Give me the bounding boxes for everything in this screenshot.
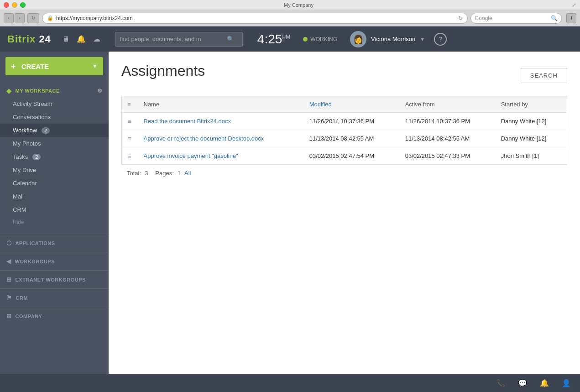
divider-2 bbox=[0, 252, 109, 252]
conversations-label: Conversations bbox=[13, 114, 51, 120]
crm-section[interactable]: ⚑ CRM bbox=[0, 291, 109, 305]
app-container: Bitrix 24 🖥 🔔 ☁ find people, documents, … bbox=[0, 26, 580, 392]
row-started-cell: Danny White [12] bbox=[496, 113, 567, 130]
top-nav: Bitrix 24 🖥 🔔 ☁ find people, documents, … bbox=[0, 26, 580, 52]
cloud-icon[interactable]: ☁ bbox=[93, 35, 100, 43]
pages-label: Pages: bbox=[155, 170, 173, 177]
crm-my-label: CRM bbox=[13, 206, 26, 213]
crm-icon: ⚑ bbox=[6, 294, 12, 301]
working-badge[interactable]: WORKING bbox=[303, 36, 337, 42]
sidebar-item-mail[interactable]: Mail bbox=[0, 190, 109, 203]
extranet-label: EXTRANET WORKGROUPS bbox=[16, 277, 86, 282]
workspace-gear-icon[interactable]: ⚙ bbox=[97, 88, 103, 94]
monitor-icon[interactable]: 🖥 bbox=[62, 35, 69, 43]
table-header-row: ≡ Name Modified Active from Started by bbox=[122, 96, 567, 113]
reload-icon[interactable]: ↻ bbox=[458, 15, 463, 21]
logo-num: 24 bbox=[39, 33, 51, 45]
bottom-bell-icon[interactable]: 🔔 bbox=[536, 375, 553, 391]
search-icon: 🔍 bbox=[227, 36, 234, 42]
create-plus-icon: + bbox=[11, 62, 16, 71]
sidebar-item-calendar[interactable]: Calendar bbox=[0, 177, 109, 190]
help-button[interactable]: ? bbox=[434, 33, 447, 46]
workgroups-label: WORKGROUPS bbox=[15, 259, 55, 264]
logo: Bitrix 24 bbox=[7, 33, 51, 45]
minimize-dot[interactable] bbox=[12, 2, 17, 8]
sidebar-item-tasks[interactable]: Tasks 2 bbox=[0, 150, 109, 163]
col-header-active: Active from bbox=[400, 96, 496, 113]
row-name-cell: Approve invoice payment "gasoline" bbox=[138, 147, 304, 165]
sidebar: + CREATE ▼ ◆ MY WORKSPACE ⚙ Activity Str… bbox=[0, 52, 109, 374]
help-label: ? bbox=[439, 36, 442, 43]
menu-lines-icon: ≡ bbox=[127, 101, 131, 108]
col-header-modified: Modified bbox=[304, 96, 400, 113]
my-photos-label: My Photos bbox=[13, 140, 41, 147]
bottom-chat-icon[interactable]: 💬 bbox=[514, 375, 531, 391]
table-row: ≡ Approve invoice payment "gasoline" 03/… bbox=[122, 147, 567, 165]
applications-icon: ⬡ bbox=[6, 240, 12, 246]
browser-search-bar[interactable]: Google 🔍 bbox=[470, 13, 562, 24]
content-header: Assignments SEARCH bbox=[121, 63, 567, 89]
sidebar-item-activity-stream[interactable]: Activity Stream bbox=[0, 97, 109, 110]
resize-icon[interactable]: ⤢ bbox=[572, 2, 576, 8]
user-section[interactable]: 👩 Victoria Morrison ▼ bbox=[350, 31, 425, 47]
bottom-phone-icon[interactable]: 📞 bbox=[492, 375, 509, 391]
sidebar-item-conversations[interactable]: Conversations bbox=[0, 110, 109, 124]
divider-1 bbox=[0, 234, 109, 234]
row-name-link[interactable]: Approve invoice payment "gasoline" bbox=[144, 152, 238, 159]
total-label: Total: bbox=[127, 170, 141, 177]
browser-search-icon: 🔍 bbox=[551, 15, 558, 21]
window-title: My Company bbox=[28, 2, 569, 8]
activity-stream-label: Activity Stream bbox=[13, 100, 52, 107]
calendar-label: Calendar bbox=[13, 180, 37, 187]
row-icon-cell: ≡ bbox=[122, 147, 138, 165]
back-button[interactable]: ‹ bbox=[4, 13, 14, 23]
main-content: + CREATE ▼ ◆ MY WORKSPACE ⚙ Activity Str… bbox=[0, 52, 580, 374]
workgroups-section[interactable]: ◀ WORKGROUPS bbox=[0, 254, 109, 268]
row-name-link[interactable]: Read the document Bitrix24.docx bbox=[144, 118, 231, 125]
hide-link[interactable]: Hide bbox=[0, 216, 109, 228]
extranet-section[interactable]: ⊞ EXTRANET WORKGROUPS bbox=[0, 272, 109, 287]
row-name-link[interactable]: Approve or reject the document Desktop.d… bbox=[144, 135, 264, 142]
browser-bar: ‹ › ↻ 🔒 https://mycompany.bitrix24.com ↻… bbox=[0, 10, 580, 26]
refresh-button[interactable]: ↻ bbox=[27, 13, 39, 23]
total-value: 3 bbox=[145, 170, 148, 177]
sidebar-item-workflow[interactable]: Workflow 2 bbox=[0, 124, 109, 137]
row-active-cell: 11/26/2014 10:37:36 PM bbox=[400, 113, 496, 130]
forward-button[interactable]: › bbox=[15, 13, 25, 23]
window-chrome: My Company ⤢ bbox=[0, 0, 580, 10]
url-text: https://mycompany.bitrix24.com bbox=[56, 15, 133, 21]
global-search-box[interactable]: find people, documents, and m 🔍 bbox=[115, 32, 243, 47]
sidebar-item-my-drive[interactable]: My Drive bbox=[0, 163, 109, 177]
row-modified-cell: 11/26/2014 10:37:36 PM bbox=[304, 113, 400, 130]
row-icon-cell: ≡ bbox=[122, 130, 138, 147]
user-dropdown-icon[interactable]: ▼ bbox=[420, 37, 425, 42]
avatar: 👩 bbox=[350, 31, 366, 47]
search-button[interactable]: SEARCH bbox=[521, 68, 567, 83]
table-row: ≡ Read the document Bitrix24.docx 11/26/… bbox=[122, 113, 567, 130]
url-bar[interactable]: 🔒 https://mycompany.bitrix24.com ↻ bbox=[42, 13, 468, 24]
bell-icon[interactable]: 🔔 bbox=[77, 35, 86, 43]
close-dot[interactable] bbox=[4, 2, 9, 8]
working-label: WORKING bbox=[310, 36, 337, 42]
workflow-badge: 2 bbox=[42, 127, 50, 134]
company-section[interactable]: ⊞ COMPANY bbox=[0, 309, 109, 323]
crm-label: CRM bbox=[16, 295, 28, 301]
lock-icon: 🔒 bbox=[47, 15, 53, 21]
working-dot bbox=[303, 37, 308, 42]
table-footer: Total: 3 Pages: 1 All bbox=[121, 165, 567, 181]
bottom-user-icon[interactable]: 👤 bbox=[558, 375, 575, 391]
sidebar-item-my-photos[interactable]: My Photos bbox=[0, 137, 109, 150]
col-header-icon: ≡ bbox=[122, 96, 138, 113]
sidebar-item-crm-my[interactable]: CRM bbox=[0, 203, 109, 216]
row-doc-icon: ≡ bbox=[127, 152, 131, 160]
tasks-badge: 2 bbox=[32, 154, 41, 160]
create-button[interactable]: + CREATE ▼ bbox=[5, 57, 103, 75]
download-icon[interactable]: ⬇ bbox=[566, 13, 576, 23]
applications-section[interactable]: ⬡ APPLICATIONS bbox=[0, 236, 109, 250]
maximize-dot[interactable] bbox=[20, 2, 26, 8]
create-label: CREATE bbox=[21, 63, 49, 70]
row-active-cell: 11/13/2014 08:42:55 AM bbox=[400, 130, 496, 147]
assignments-table: ≡ Name Modified Active from Started by ≡… bbox=[121, 96, 567, 165]
all-pages-link[interactable]: All bbox=[184, 170, 191, 177]
workflow-label: Workflow bbox=[13, 127, 37, 134]
